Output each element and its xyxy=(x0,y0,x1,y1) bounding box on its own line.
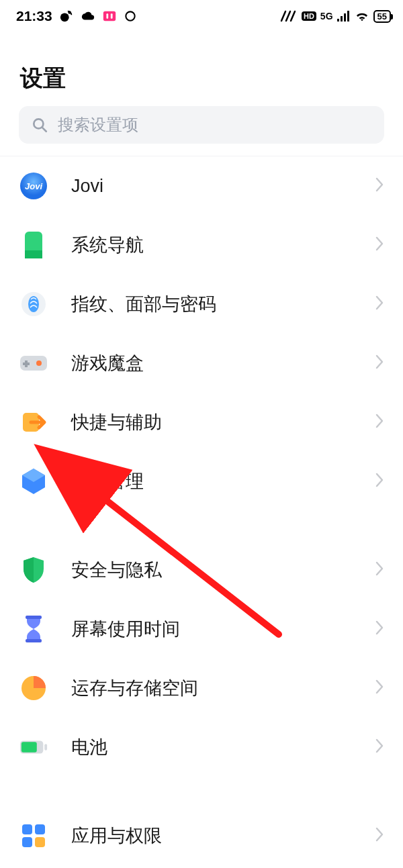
svg-point-10 xyxy=(34,119,43,128)
settings-item-label: Jovi xyxy=(71,176,352,197)
hourglass-icon xyxy=(19,614,48,644)
search-input[interactable]: 搜索设置项 xyxy=(19,106,384,144)
battery-item-icon xyxy=(19,732,48,762)
fingerprint-icon xyxy=(19,289,48,319)
svg-rect-15 xyxy=(25,250,42,258)
chevron-right-icon xyxy=(375,413,384,432)
jovi-icon: Jovi xyxy=(19,171,48,201)
svg-rect-34 xyxy=(35,837,45,847)
status-time: 21:33 xyxy=(16,8,52,24)
hexagon-icon xyxy=(19,467,48,496)
settings-item-battery[interactable]: 电池 xyxy=(0,718,403,777)
status-bar: 21:33 HD 5G 55 xyxy=(0,0,403,32)
settings-item-label: 运存与存储空间 xyxy=(71,676,352,700)
phone-nav-icon xyxy=(19,230,48,260)
svg-rect-20 xyxy=(23,363,30,365)
settings-item-storage[interactable]: 运存与存储空间 xyxy=(0,659,403,718)
pie-icon xyxy=(19,673,48,703)
settings-item-screen-time[interactable]: 屏幕使用时间 xyxy=(0,599,403,659)
chevron-right-icon xyxy=(375,295,384,314)
svg-point-0 xyxy=(60,13,69,21)
settings-item-security[interactable]: 安全与隐私 xyxy=(0,540,403,599)
apps-grid-icon xyxy=(19,821,48,851)
network-type: 5G xyxy=(320,11,333,21)
hd-badge-icon: HD xyxy=(302,11,316,21)
svg-rect-7 xyxy=(341,16,343,21)
settings-item-label: 游戏魔盒 xyxy=(71,351,352,375)
settings-item-label: 系统管理 xyxy=(71,469,352,493)
svg-rect-2 xyxy=(103,11,116,21)
shield-icon xyxy=(19,555,48,585)
group-divider xyxy=(0,511,403,540)
settings-item-label: 指纹、面部与密码 xyxy=(71,292,352,316)
svg-rect-33 xyxy=(22,837,32,847)
settings-item-label: 快捷与辅助 xyxy=(71,410,352,434)
svg-rect-25 xyxy=(26,616,42,619)
cloud-icon xyxy=(81,9,95,23)
chevron-right-icon xyxy=(375,236,384,254)
svg-line-11 xyxy=(42,128,46,131)
settings-item-apps[interactable]: 应用与权限 xyxy=(0,806,403,865)
svg-rect-30 xyxy=(44,744,47,751)
settings-item-shortcuts[interactable]: 快捷与辅助 xyxy=(0,393,403,452)
gamepad-icon xyxy=(19,348,48,378)
signal-icon xyxy=(337,11,351,21)
settings-item-biometrics[interactable]: 指纹、面部与密码 xyxy=(0,275,403,334)
svg-rect-3 xyxy=(106,13,108,18)
battery-icon: 55 xyxy=(373,10,391,23)
settings-item-navigation[interactable]: 系统导航 xyxy=(0,215,403,275)
page-title: 设置 xyxy=(0,32,403,106)
settings-item-label: 屏幕使用时间 xyxy=(71,617,352,641)
svg-point-5 xyxy=(126,11,134,20)
shortcut-arrow-icon xyxy=(19,407,48,437)
svg-text:Jovi: Jovi xyxy=(25,181,42,191)
chevron-right-icon xyxy=(375,177,384,195)
wifi-icon xyxy=(355,10,369,22)
settings-item-game-box[interactable]: 游戏魔盒 xyxy=(0,334,403,393)
ring-icon xyxy=(124,9,137,23)
settings-item-label: 系统导航 xyxy=(71,233,352,257)
status-left: 21:33 xyxy=(16,8,137,24)
svg-rect-32 xyxy=(35,824,45,834)
search-icon xyxy=(31,116,48,134)
svg-rect-29 xyxy=(21,742,37,752)
chevron-right-icon xyxy=(375,472,384,491)
svg-rect-9 xyxy=(347,11,349,21)
svg-rect-8 xyxy=(344,13,346,21)
weibo-icon xyxy=(59,9,74,23)
svg-rect-31 xyxy=(22,824,32,834)
svg-rect-4 xyxy=(111,13,113,18)
settings-item-label: 电池 xyxy=(71,735,352,759)
settings-list: Jovi Jovi 系统导航 指纹、面部与密码 游戏魔盒 快捷与辅助 xyxy=(0,156,403,868)
chevron-right-icon xyxy=(375,561,384,579)
app-badge-icon xyxy=(102,9,117,23)
chevron-right-icon xyxy=(375,620,384,638)
status-right: HD 5G 55 xyxy=(280,10,391,23)
search-placeholder: 搜索设置项 xyxy=(58,114,138,136)
chevron-right-icon xyxy=(375,354,384,373)
svg-rect-6 xyxy=(337,19,339,21)
svg-point-17 xyxy=(28,296,39,312)
settings-item-system-mgmt[interactable]: 系统管理 xyxy=(0,452,403,511)
chevron-right-icon xyxy=(375,679,384,697)
group-divider xyxy=(0,777,403,806)
chevron-right-icon xyxy=(375,738,384,757)
settings-item-jovi[interactable]: Jovi Jovi xyxy=(0,156,403,215)
svg-point-21 xyxy=(36,360,42,366)
settings-item-account-sync[interactable]: 帐号与同步 xyxy=(0,865,403,868)
carrier-icon xyxy=(280,10,298,22)
settings-item-label: 应用与权限 xyxy=(71,824,352,848)
chevron-right-icon xyxy=(375,826,384,845)
svg-rect-26 xyxy=(26,639,42,642)
settings-item-label: 安全与隐私 xyxy=(71,558,352,582)
